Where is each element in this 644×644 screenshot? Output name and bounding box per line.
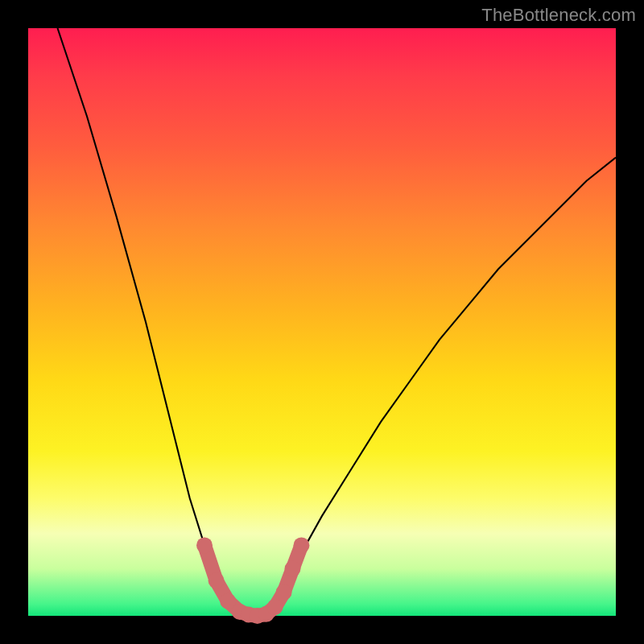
min-marker-dot (267, 599, 283, 615)
min-marker-dot (208, 572, 225, 588)
min-marker-dot (196, 537, 213, 553)
curve-svg (28, 28, 616, 616)
min-region-markers (196, 537, 309, 624)
curve-path (58, 28, 617, 616)
watermark-text: TheBottleneck.com (481, 5, 636, 26)
min-marker-dot (285, 561, 301, 577)
min-marker-dot (293, 537, 309, 553)
bottleneck-curve-line (58, 28, 617, 616)
chart-frame: TheBottleneck.com (0, 0, 644, 644)
plot-area (28, 28, 616, 616)
min-marker-dot (276, 584, 292, 601)
